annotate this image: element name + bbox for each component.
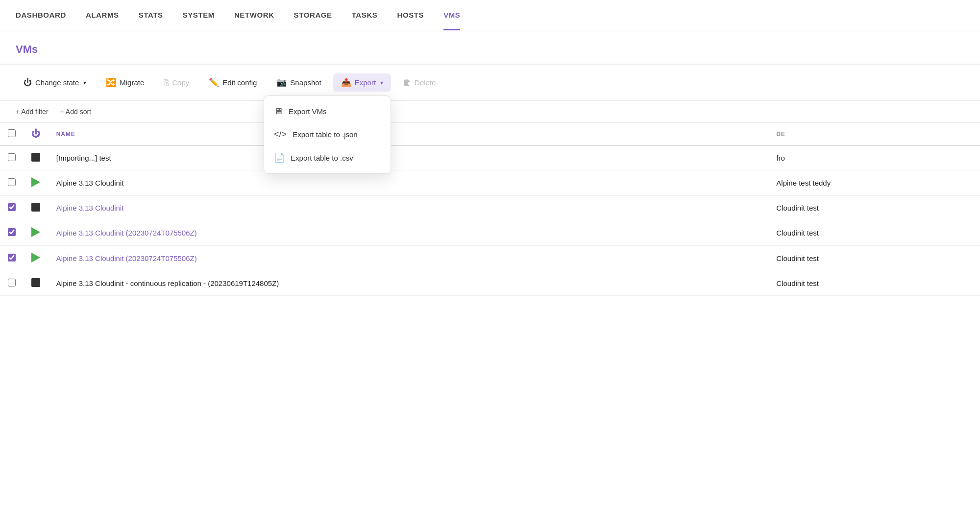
export-button[interactable]: 📤 Export ▾ bbox=[333, 73, 391, 92]
row-checkbox[interactable] bbox=[8, 279, 16, 286]
monitor-icon: 🖥 bbox=[274, 106, 283, 117]
status-cell bbox=[24, 170, 49, 196]
nav-item-vms[interactable]: VMS bbox=[443, 1, 460, 30]
vm-description-cell: Cloudinit test bbox=[768, 246, 980, 271]
add-filter-button[interactable]: + Add filter bbox=[16, 108, 49, 116]
csv-icon: 📄 bbox=[274, 152, 285, 163]
status-cell bbox=[24, 246, 49, 271]
nav-item-stats[interactable]: STATS bbox=[139, 1, 163, 30]
page-header: VMs bbox=[0, 31, 980, 65]
nav-item-system[interactable]: SYSTEM bbox=[183, 1, 215, 30]
vm-description-cell: Cloudinit test bbox=[768, 196, 980, 220]
table-row: Alpine 3.13 CloudinitAlpine test teddy bbox=[0, 170, 980, 196]
vm-description-cell: Cloudinit test bbox=[768, 271, 980, 296]
status-cell bbox=[24, 196, 49, 220]
row-checkbox[interactable] bbox=[8, 228, 16, 236]
nav-item-alarms[interactable]: ALARMS bbox=[86, 1, 119, 30]
vm-name-cell[interactable]: Alpine 3.13 Cloudinit (20230724T075506Z) bbox=[49, 220, 768, 246]
page-title: VMs bbox=[16, 43, 964, 64]
power-header-icon: ⏻ bbox=[31, 129, 41, 139]
edit-icon: ✏️ bbox=[209, 77, 219, 88]
chevron-down-icon: ▾ bbox=[380, 79, 383, 86]
table-row: Alpine 3.13 Cloudinit (20230724T075506Z)… bbox=[0, 246, 980, 271]
running-status-icon bbox=[31, 227, 40, 237]
migrate-button[interactable]: 🔀 Migrate bbox=[98, 73, 152, 92]
vms-table: ⏻ NAME DE [Importing...] testfroAlpine 3… bbox=[0, 123, 980, 296]
delete-button[interactable]: 🗑 Delete bbox=[395, 74, 443, 92]
vms-table-wrapper: ⏻ NAME DE [Importing...] testfroAlpine 3… bbox=[0, 123, 980, 296]
vm-description-cell: Cloudinit test bbox=[768, 220, 980, 246]
table-body: [Importing...] testfroAlpine 3.13 Cloudi… bbox=[0, 145, 980, 296]
export-csv-item[interactable]: 📄 Export table to .csv bbox=[264, 146, 391, 169]
export-dropdown-menu: 🖥 Export VMs </> Export table to .json 📄… bbox=[264, 95, 391, 174]
running-status-icon bbox=[31, 177, 40, 187]
vm-name-cell[interactable]: Alpine 3.13 Cloudinit bbox=[49, 170, 768, 196]
vm-name-cell[interactable]: Alpine 3.13 Cloudinit (20230724T075506Z) bbox=[49, 246, 768, 271]
table-row: Alpine 3.13 Cloudinit - continuous repli… bbox=[0, 271, 980, 296]
nav-item-tasks[interactable]: TASKS bbox=[352, 1, 378, 30]
export-dropdown-wrapper: 📤 Export ▾ 🖥 Export VMs </> Export table… bbox=[333, 73, 391, 92]
delete-icon: 🗑 bbox=[403, 78, 411, 88]
toolbar: ⏻ Change state ▾ 🔀 Migrate ⎘ Copy ✏️ Edi… bbox=[0, 65, 980, 101]
change-state-button[interactable]: ⏻ Change state ▾ bbox=[16, 74, 94, 92]
stopped-status-icon bbox=[31, 278, 40, 287]
row-checkbox[interactable] bbox=[8, 203, 16, 211]
copy-button[interactable]: ⎘ Copy bbox=[156, 74, 197, 92]
export-json-item[interactable]: </> Export table to .json bbox=[264, 123, 391, 146]
edit-config-button[interactable]: ✏️ Edit config bbox=[201, 73, 265, 92]
snapshot-button[interactable]: 📷 Snapshot bbox=[269, 73, 329, 92]
add-sort-button[interactable]: + Add sort bbox=[60, 108, 91, 116]
vm-name-cell[interactable]: Alpine 3.13 Cloudinit bbox=[49, 196, 768, 220]
name-column-header: NAME bbox=[49, 123, 768, 145]
vm-name-cell[interactable]: Alpine 3.13 Cloudinit - continuous repli… bbox=[49, 271, 768, 296]
status-cell bbox=[24, 271, 49, 296]
power-icon: ⏻ bbox=[24, 78, 32, 88]
nav-item-dashboard[interactable]: DASHBOARD bbox=[16, 1, 66, 30]
nav-item-hosts[interactable]: HOSTS bbox=[397, 1, 424, 30]
snapshot-icon: 📷 bbox=[276, 77, 287, 88]
running-status-icon bbox=[31, 253, 40, 262]
select-all-checkbox[interactable] bbox=[8, 129, 16, 137]
nav-item-network[interactable]: NETWORK bbox=[234, 1, 274, 30]
row-checkbox[interactable] bbox=[8, 178, 16, 186]
nav-item-storage[interactable]: STORAGE bbox=[294, 1, 332, 30]
table-row: Alpine 3.13 Cloudinit (20230724T075506Z)… bbox=[0, 220, 980, 246]
vm-name-cell[interactable]: [Importing...] test bbox=[49, 145, 768, 170]
code-icon: </> bbox=[274, 129, 287, 140]
copy-icon: ⎘ bbox=[164, 78, 169, 88]
table-row: [Importing...] testfro bbox=[0, 145, 980, 170]
export-icon: 📤 bbox=[341, 77, 351, 88]
status-cell bbox=[24, 145, 49, 170]
stopped-status-icon bbox=[31, 203, 40, 212]
status-cell bbox=[24, 220, 49, 246]
stopped-status-icon bbox=[31, 153, 40, 162]
table-header: ⏻ NAME DE bbox=[0, 123, 980, 145]
chevron-down-icon: ▾ bbox=[83, 79, 86, 86]
migrate-icon: 🔀 bbox=[106, 77, 116, 88]
top-navigation: DASHBOARDALARMSSTATSSYSTEMNETWORKSTORAGE… bbox=[0, 0, 980, 31]
row-checkbox[interactable] bbox=[8, 153, 16, 161]
vm-description-cell: fro bbox=[768, 145, 980, 170]
filter-row: + Add filter + Add sort bbox=[0, 101, 980, 123]
table-row: Alpine 3.13 CloudinitCloudinit test bbox=[0, 196, 980, 220]
description-column-header: DE bbox=[768, 123, 980, 145]
vm-description-cell: Alpine test teddy bbox=[768, 170, 980, 196]
export-vms-item[interactable]: 🖥 Export VMs bbox=[264, 100, 391, 123]
row-checkbox[interactable] bbox=[8, 254, 16, 261]
